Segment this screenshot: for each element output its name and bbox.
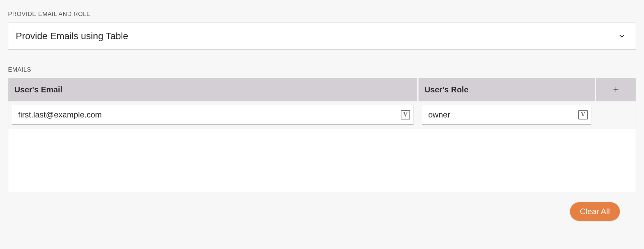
email-field-wrapper: V [12,105,414,125]
table-body: V V [8,101,636,128]
emails-table: User's Email User's Role V [8,78,636,192]
role-field-wrapper: V [422,105,591,125]
cell-email: V [8,101,418,128]
email-input[interactable] [18,110,398,119]
table-header-email: User's Email [8,78,418,101]
clear-all-button[interactable]: Clear All [570,202,620,221]
table-header-row: User's Email User's Role [8,78,636,101]
table-empty-area [8,128,636,192]
table-header-role: User's Role [418,78,596,101]
variable-picker-icon[interactable]: V [578,110,588,119]
section-label-provide: PROVIDE EMAIL AND ROLE [8,11,636,18]
provide-mode-dropdown[interactable]: Provide Emails using Table [8,22,636,50]
table-row: V V [8,101,636,128]
add-column-button[interactable] [596,78,636,101]
section-label-emails: EMAILS [8,66,636,73]
chevron-down-icon [618,32,626,40]
provide-mode-selected-value: Provide Emails using Table [16,31,128,42]
plus-icon [612,86,620,93]
role-input[interactable] [428,110,576,119]
cell-role: V [418,101,596,128]
variable-picker-icon[interactable]: V [401,110,410,119]
footer: Clear All [8,202,636,221]
cell-add-spacer [596,101,636,128]
